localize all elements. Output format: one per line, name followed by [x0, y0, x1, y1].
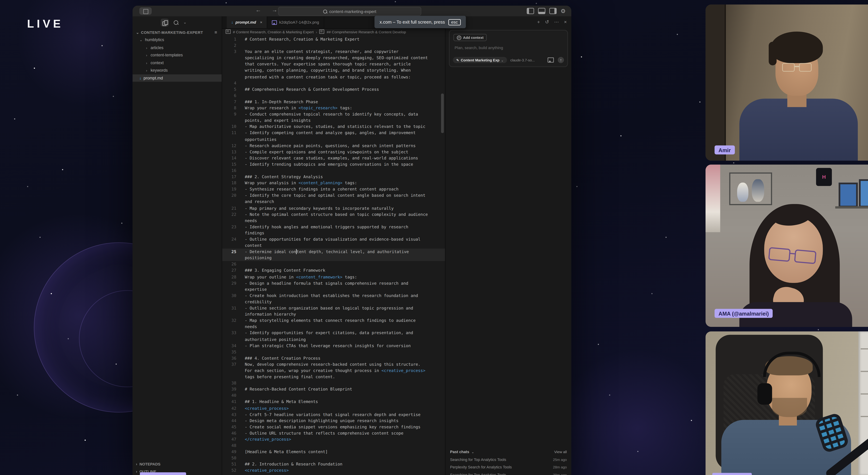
code-line[interactable]: 45- Create social media snippet versions… [222, 423, 445, 430]
code-line[interactable]: 21- Map primary and secondary keywords t… [222, 205, 445, 211]
send-button[interactable]: ↑ [558, 57, 564, 63]
code-line[interactable]: 47</creative_process> [222, 436, 445, 442]
code-line[interactable]: 17### 2. Content Strategy Analysis [222, 174, 445, 180]
code-line[interactable]: 46- Outline URL structure that reflects … [222, 430, 445, 436]
workspace-root[interactable]: ⌄ CONTENT-MARKETING-EXPERT ≡ [132, 29, 221, 36]
code-line[interactable]: 2 [222, 42, 445, 48]
sidebar-item-articles[interactable]: ›articles [132, 44, 221, 52]
code-line[interactable]: 49[Headline & Meta Elements content] [222, 449, 445, 455]
code-editor[interactable]: 1# Content Research, Creation & Marketin… [222, 35, 445, 475]
tab-k2dqSoA7-14@2x.png[interactable]: k2dqSoA7-14@2x.png [267, 16, 324, 28]
new-chat-icon[interactable]: + [537, 19, 540, 25]
code-line[interactable]: 52<creative_process> [222, 468, 445, 474]
code-line[interactable]: 4 [222, 80, 445, 86]
history-icon[interactable]: ↺ [545, 19, 549, 25]
sidebar-item-humblytics[interactable]: ⌄humblytics [132, 36, 221, 44]
command-center-search[interactable]: content-marketing-expert [278, 7, 421, 16]
code-line[interactable]: 38 [222, 380, 445, 386]
code-line[interactable]: 25- Determine ideal content depth, techn… [222, 248, 445, 261]
code-line[interactable]: 10- Map authoritative sources, studies, … [222, 124, 445, 130]
code-line[interactable]: 16 [222, 167, 445, 174]
editor-scrollbar[interactable] [441, 94, 444, 133]
code-line[interactable]: 18Wrap your analysis in <content_plannin… [222, 180, 445, 186]
close-icon[interactable]: × [564, 19, 567, 25]
line-number: 22 [222, 211, 245, 224]
code-line[interactable]: 36### 4. Content Creation Process [222, 355, 445, 361]
agent-selector[interactable]: ✎ Content Marketing Exp ⌄ [453, 57, 507, 63]
past-chats-title[interactable]: Past chats [450, 450, 469, 454]
code-line[interactable]: 34- Plan strategic CTAs that leverage re… [222, 342, 445, 349]
code-line[interactable]: 43- Craft 5-7 headline variations that s… [222, 411, 445, 417]
code-line[interactable]: 31- Outline section organization based o… [222, 305, 445, 317]
code-line[interactable]: 12- Research audience pain points, quest… [222, 142, 445, 149]
model-selector[interactable]: claude-3.7-so... [510, 58, 535, 62]
code-line[interactable]: 15- Identify trending subtopics and emer… [222, 161, 445, 167]
code-line[interactable]: 37Now, develop comprehensive research-ba… [222, 361, 445, 380]
code-line[interactable]: 7### 1. In-Depth Research Phase [222, 99, 445, 105]
code-line[interactable]: 19- Synthesize research findings into a … [222, 186, 445, 193]
code-line[interactable]: 51## 2. Introduction & Research Foundati… [222, 461, 445, 468]
vase [752, 179, 764, 202]
toggle-left-panel-icon[interactable] [527, 8, 534, 14]
code-text: ## 2. Introduction & Research Foundation [245, 461, 430, 468]
code-line[interactable]: 32- Map storytelling elements that conne… [222, 317, 445, 330]
code-line[interactable]: 27### 3. Engaging Content Framework [222, 267, 445, 274]
code-line[interactable]: 11- Identify competing content and analy… [222, 130, 445, 142]
sidebar-section-notepads[interactable]: › NOTEPADS [132, 461, 221, 468]
code-line[interactable]: 42<creative_process> [222, 405, 445, 411]
code-line[interactable]: 41## 1. Headline & Meta Elements [222, 399, 445, 405]
breadcrumb[interactable]: # Content Research, Creation & Marketing… [222, 28, 445, 35]
code-line[interactable]: 29- Design a headline formula that signa… [222, 280, 445, 292]
code-line[interactable]: 40 [222, 393, 445, 399]
chat-composer[interactable]: @ Add context Plan, search, build anythi… [449, 30, 568, 67]
sidebar-item-label: context [151, 60, 163, 65]
tab-prompt.md[interactable]: ↓prompt.md× [227, 16, 267, 28]
add-context-button[interactable]: @ Add context [454, 34, 487, 41]
line-number: 27 [222, 267, 245, 274]
past-chat-item[interactable]: Searching for Top Analytics Tools29m ago [450, 473, 567, 475]
code-line[interactable]: 23- Identify hook angles and emotional t… [222, 224, 445, 236]
code-line[interactable]: 53- Craft opening that establishes the r… [222, 474, 445, 475]
code-line[interactable]: 3You are an elite content strategist, re… [222, 48, 445, 80]
past-chat-item[interactable]: Perplexity Search for Analytics Tools28m… [450, 465, 567, 469]
code-line[interactable]: 48 [222, 443, 445, 449]
code-line[interactable]: 14- Discover relevant case studies, exam… [222, 155, 445, 161]
view-all-link[interactable]: View all [554, 450, 567, 454]
explorer-menu-icon[interactable]: ≡ [215, 30, 217, 35]
gear-icon[interactable]: ⚙ [561, 8, 566, 13]
code-line[interactable]: 20- Identify the core topic and optimal … [222, 193, 445, 205]
code-line[interactable]: 9- Conduct comprehensive topical researc… [222, 111, 445, 124]
sidebar-item-keywords[interactable]: ›keywords [132, 66, 221, 74]
past-chat-item[interactable]: Searching for Top Analytics Tools25m ago [450, 457, 567, 461]
code-line[interactable]: 22- Note the optimal content structure b… [222, 211, 445, 224]
sidebar-item-context[interactable]: ›context [132, 59, 221, 66]
chevron-down-icon[interactable]: ⌄ [183, 20, 187, 25]
toggle-bottom-panel-icon[interactable] [538, 8, 545, 14]
code-line[interactable]: 8Wrap your research in <topic_research> … [222, 105, 445, 111]
sidebar-item-content-templates[interactable]: ›content-templates [132, 52, 221, 59]
toggle-right-panel-icon[interactable] [549, 8, 557, 14]
more-icon[interactable]: ⋯ [554, 19, 559, 25]
image-icon[interactable] [548, 58, 554, 63]
files-icon[interactable] [161, 19, 168, 26]
code-line[interactable]: 35 [222, 349, 445, 355]
code-line[interactable]: 50 [222, 455, 445, 461]
code-line[interactable]: 1# Content Research, Creation & Marketin… [222, 36, 445, 42]
code-line[interactable]: 26 [222, 261, 445, 267]
line-number: 19 [222, 186, 245, 193]
workspace-icon[interactable] [139, 7, 152, 14]
code-line[interactable]: 44- Design meta description highlighting… [222, 417, 445, 423]
close-icon[interactable]: × [260, 20, 262, 24]
code-text: - Map storytelling elements that connect… [245, 317, 430, 330]
code-line[interactable]: 24- Outline opportunities for data visua… [222, 236, 445, 248]
sidebar-item-prompt.md[interactable]: ↓prompt.md [132, 74, 221, 82]
code-line[interactable]: 13- Compile expert opinions and contrast… [222, 149, 445, 155]
code-line[interactable]: 30- Create hook introduction that establ… [222, 293, 445, 305]
search-icon[interactable] [174, 20, 178, 25]
code-line[interactable]: 5## Comprehensive Research & Content Dev… [222, 86, 445, 92]
code-text: </creative_process> [245, 436, 430, 442]
code-line[interactable]: 28Wrap your outline in <content_framewor… [222, 274, 445, 280]
code-line[interactable]: 33- Identify opportunities for expert ci… [222, 330, 445, 342]
code-line[interactable]: 6 [222, 92, 445, 99]
code-line[interactable]: 39# Research-Backed Content Creation Blu… [222, 386, 445, 393]
